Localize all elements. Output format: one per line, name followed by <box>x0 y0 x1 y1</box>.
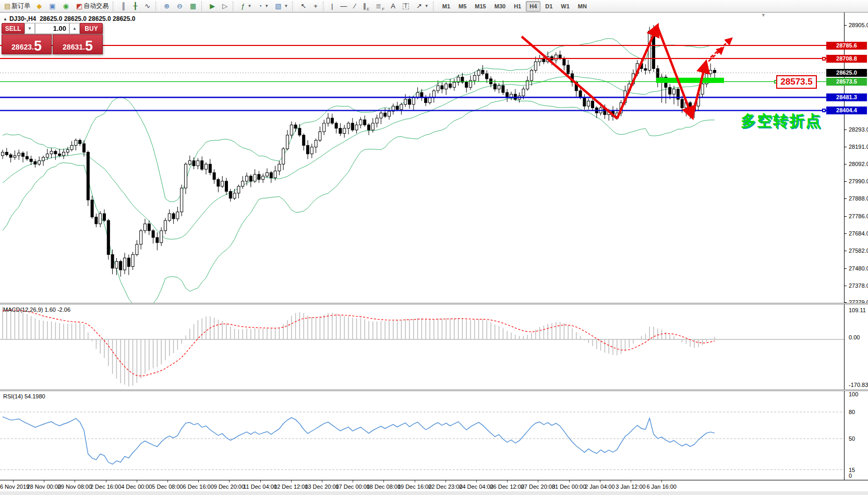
price-line-label[interactable]: 28785.6 <box>826 42 867 50</box>
rsi-canvas <box>0 391 844 480</box>
chevron-down-icon[interactable]: ▼ <box>425 4 429 8</box>
toolbar-separator <box>323 2 327 11</box>
gold-button[interactable]: ◆ <box>34 1 45 12</box>
one-click-trade-panel: SELL ▼ 1.00 ▲ BUY 28623. 5 28631. 5 <box>2 23 103 54</box>
candlestick-button[interactable]: ╂ <box>130 1 141 12</box>
price-tick-label: 27582.0 <box>849 248 868 254</box>
time-tick-label: 13 Dec 20:00 <box>305 484 339 490</box>
price-line-label[interactable]: 28481.3 <box>826 93 867 101</box>
volume-decrease-button[interactable]: ▼ <box>25 23 35 34</box>
publish-button[interactable]: ▣ <box>46 1 59 12</box>
indicators-button[interactable]: ƒ▼ <box>238 1 254 12</box>
new-order-button[interactable]: ▤新订单 <box>2 1 33 12</box>
sell-button[interactable]: SELL <box>2 23 25 34</box>
text-icon: A <box>391 3 395 9</box>
chevron-down-icon[interactable]: ▼ <box>284 4 288 8</box>
buy-button[interactable]: BUY <box>80 23 103 34</box>
chart-shift-button[interactable]: ▷ <box>220 1 231 12</box>
price-line-label[interactable]: 28625.0 <box>826 69 867 77</box>
cursor-button[interactable]: ↖ <box>298 1 310 12</box>
time-tick <box>106 480 106 482</box>
line-handle[interactable] <box>822 57 826 61</box>
axis-tick <box>844 198 847 199</box>
timeframe-button-m1[interactable]: M1 <box>439 1 454 11</box>
equidistant-channel-icon: ∥ <box>363 3 367 9</box>
signal-button[interactable]: ◉ <box>61 1 73 12</box>
time-tick-label: 22 Dec 23:00 <box>428 484 462 490</box>
collapse-icon[interactable]: ▲ <box>3 17 7 21</box>
main-chart-panel[interactable] <box>0 13 844 303</box>
rsi-level-label: 100 <box>849 391 858 397</box>
time-tick <box>661 480 662 482</box>
axis-tick <box>844 164 847 164</box>
time-tick-label: 31 Dec 00:00 <box>552 484 586 490</box>
timeframe-button-h4[interactable]: H4 <box>526 1 540 11</box>
tile-windows-button[interactable]: ▦ <box>187 1 200 12</box>
time-tick-label: 2 Jan 04:00 <box>585 484 615 490</box>
text-button[interactable]: A <box>388 1 399 12</box>
label-button[interactable]: T <box>400 1 413 12</box>
arrows-button[interactable]: ↗▼ <box>414 1 431 12</box>
periods-button[interactable]: ◔▼ <box>255 1 271 12</box>
line-handle[interactable] <box>822 109 826 112</box>
vertical-line-button[interactable]: | <box>329 1 336 12</box>
templates-button[interactable]: ▧▼ <box>272 1 291 12</box>
chevron-down-icon[interactable]: ▼ <box>248 4 252 8</box>
cursor-icon: ↖ <box>300 3 306 9</box>
tile-windows-icon: ▦ <box>190 3 196 9</box>
macd-panel[interactable] <box>0 304 844 390</box>
bar-chart-icon: ║ <box>121 3 126 9</box>
timeframe-button-m15[interactable]: M15 <box>471 1 489 11</box>
time-tick <box>569 480 570 482</box>
zoom-out-button[interactable]: ⊖ <box>174 1 186 12</box>
panel-separator[interactable] <box>0 303 868 304</box>
trendline-button[interactable]: ∕ <box>352 1 359 12</box>
price-line-label[interactable]: 28573.5 <box>826 78 867 86</box>
price-level-callout[interactable]: 28573.5 <box>776 75 817 89</box>
splitter-handle[interactable]: ▼ <box>761 13 766 18</box>
auto-trading-button[interactable]: ◩自动交易 <box>74 1 111 12</box>
price-line-label[interactable]: 28708.8 <box>826 55 867 63</box>
auto-scroll-button[interactable]: ▶ <box>207 1 219 12</box>
timeframe-button-m5[interactable]: M5 <box>455 1 470 11</box>
price-line-label[interactable]: 28404.4 <box>826 107 867 114</box>
toolbar-separator <box>233 2 237 11</box>
fibonacci-button[interactable]: ≣F <box>373 1 387 12</box>
zoom-out-icon: ⊖ <box>177 3 183 9</box>
crosshair-icon: + <box>314 3 318 9</box>
chevron-down-icon[interactable]: ▼ <box>264 4 269 8</box>
time-tick <box>229 480 230 482</box>
timeframe-button-mn[interactable]: MN <box>574 1 590 11</box>
timeframe-button-m30[interactable]: M30 <box>491 1 509 11</box>
horizontal-line-button[interactable]: — <box>337 1 351 12</box>
price-tick-label: 27888.0 <box>849 195 868 202</box>
timeframe-button-h1[interactable]: H1 <box>510 1 525 11</box>
line-chart-button[interactable]: ∿ <box>142 1 154 12</box>
price-tick-label: 28905.0 <box>849 22 868 28</box>
crosshair-button[interactable]: + <box>311 1 321 12</box>
zoom-in-button[interactable]: ⊕ <box>161 1 173 12</box>
price-tick-label: 28092.0 <box>849 161 868 167</box>
main-toolbar: ▤新订单◆▣◉◩自动交易║╂∿⊕⊖▦▶▷ƒ▼◔▼▧▼↖+|—∕∥E≣FAT↗▼M… <box>0 0 868 13</box>
chart-header: ▲ DJ30-,H4 28625.0 28625.0 28625.0 28625… <box>3 15 135 22</box>
timeframe-button-w1[interactable]: W1 <box>557 1 573 11</box>
buy-price-button[interactable]: 28631. 5 <box>53 34 103 54</box>
macd-label: MACD(12,26,9) 1.60 -2.06 <box>3 307 70 313</box>
axis-tick <box>844 233 847 234</box>
volume-input[interactable]: 1.00 <box>35 23 69 34</box>
rsi-level-label: 0 <box>849 473 852 479</box>
sell-price-button[interactable]: 28623. 5 <box>2 34 52 54</box>
macd-scale-min: -170.83 <box>849 382 868 388</box>
rsi-panel[interactable] <box>0 391 844 480</box>
toolbar-separator <box>155 2 160 11</box>
panel-separator[interactable] <box>0 390 868 391</box>
template-icon: ▧ <box>275 3 281 9</box>
volume-increase-button[interactable]: ▲ <box>69 23 80 34</box>
fibonacci-icon-sub: F <box>382 7 384 11</box>
time-tick <box>383 480 384 482</box>
bar-chart-button[interactable]: ║ <box>118 1 129 12</box>
timeframe-button-d1[interactable]: D1 <box>541 1 556 11</box>
channel-button[interactable]: ∥E <box>360 1 372 12</box>
window-edge <box>0 491 868 495</box>
time-tick <box>538 480 538 482</box>
